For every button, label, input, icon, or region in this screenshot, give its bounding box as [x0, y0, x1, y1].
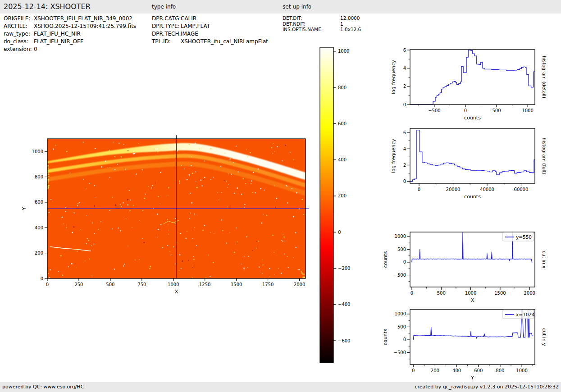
setup-info-title: set-up info — [283, 4, 311, 10]
svg-text:log frequency: log frequency — [391, 139, 397, 173]
meta-row: DPR.CATG:CALIB — [152, 15, 268, 23]
svg-text:500: 500 — [437, 291, 446, 296]
svg-text:400: 400 — [452, 368, 461, 373]
svg-text:1000: 1000 — [395, 234, 406, 239]
svg-text:250: 250 — [74, 282, 83, 287]
meta-value: 0 — [34, 46, 37, 52]
meta-row: DPR.TYPE:LAMP,FLAT — [152, 23, 268, 30]
meta-value: 12.0000 — [340, 15, 360, 21]
cut-in-y-plot: 0200400600800100010005000−500Ycountscut … — [381, 300, 561, 383]
meta-row: DET.NDIT:1 — [283, 21, 361, 27]
meta-label: DET.NDIT: — [283, 21, 340, 27]
svg-text:500: 500 — [397, 324, 406, 329]
svg-text:1000: 1000 — [465, 291, 476, 296]
svg-text:1500: 1500 — [231, 282, 242, 287]
histogram-full-plot: 02000040000600000246countslog frequencyh… — [381, 119, 561, 202]
colorbar: 10008006004002000−200−400−600 — [318, 43, 369, 369]
svg-text:y=550: y=550 — [516, 234, 532, 240]
header-bar: 2025-12-14: XSHOOTER type info set-up in… — [0, 0, 561, 14]
svg-text:0: 0 — [418, 187, 420, 192]
setup-info-block: DET.DIT:12.0000 DET.NDIT:1 INS.OPTI5.NAM… — [283, 15, 361, 32]
meta-row: TPL.ID:XSHOOTER_ifu_cal_NIRLampFlat — [152, 38, 268, 46]
svg-text:4: 4 — [403, 146, 406, 151]
svg-text:counts: counts — [383, 251, 388, 268]
svg-text:0: 0 — [41, 276, 43, 281]
svg-text:1000: 1000 — [522, 108, 533, 113]
svg-text:400: 400 — [338, 157, 347, 162]
svg-text:600: 600 — [35, 200, 43, 205]
svg-text:counts: counts — [383, 328, 388, 345]
svg-text:counts: counts — [464, 194, 481, 200]
meta-value: FLAT_IFU_HC_NIR — [34, 31, 81, 37]
meta-value: XSHOOTER_IFU_FLAT_NIR_349_0002 — [34, 15, 132, 22]
svg-text:x=1024: x=1024 — [516, 312, 535, 317]
meta-row: ARCFILE:XSHOO.2025-12-15T09:41:25.799.fi… — [4, 23, 136, 30]
svg-text:500: 500 — [492, 108, 501, 113]
svg-text:histogram (detail): histogram (detail) — [542, 56, 547, 98]
svg-text:40000: 40000 — [480, 187, 494, 192]
svg-text:X: X — [175, 289, 178, 295]
svg-text:1000: 1000 — [395, 311, 406, 316]
svg-text:1250: 1250 — [199, 282, 210, 287]
svg-text:750: 750 — [137, 282, 146, 287]
svg-text:0: 0 — [464, 108, 467, 113]
meta-label: DPR.TECH: — [152, 30, 181, 38]
svg-text:500: 500 — [397, 247, 406, 252]
svg-text:Y: Y — [21, 207, 27, 210]
svg-text:−500: −500 — [394, 273, 406, 278]
type-info-block: DPR.CATG:CALIB DPR.TYPE:LAMP,FLAT DPR.TE… — [152, 15, 268, 46]
meta-row: INS.OPTI5.NAME:1.0x12.6 — [283, 27, 361, 32]
svg-text:1500: 1500 — [494, 291, 506, 296]
page-title: 2025-12-14: XSHOOTER — [4, 2, 91, 11]
svg-text:60000: 60000 — [514, 187, 529, 192]
svg-text:0: 0 — [403, 260, 406, 264]
meta-label: do_class: — [4, 38, 34, 46]
svg-text:500: 500 — [106, 282, 114, 287]
svg-text:0: 0 — [338, 230, 341, 235]
meta-label: INS.OPTI5.NAME: — [283, 27, 340, 32]
svg-text:2: 2 — [403, 163, 406, 168]
footer-left: powered by QC: www.eso.org/HC — [2, 384, 84, 390]
cut-in-x-plot: 050010001500200010005000−500Xcountscut i… — [381, 222, 561, 305]
svg-text:1000: 1000 — [338, 49, 349, 54]
histogram-detail-plot: −500050010000246countslog frequencyhisto… — [381, 40, 561, 123]
svg-text:1000: 1000 — [516, 368, 527, 373]
meta-label: TPL.ID: — [152, 38, 181, 46]
svg-text:histogram (full): histogram (full) — [542, 138, 547, 174]
svg-text:1000: 1000 — [168, 282, 179, 287]
svg-text:−500: −500 — [394, 350, 406, 355]
svg-text:−200: −200 — [338, 266, 350, 271]
colorbar-scale: 10008006004002000−200−400−600 — [318, 43, 369, 369]
meta-label: ORIGFILE: — [4, 15, 34, 23]
svg-text:200: 200 — [338, 193, 347, 198]
svg-text:cut in x: cut in x — [542, 251, 547, 268]
meta-value: 1 — [340, 21, 343, 27]
meta-row: DPR.TECH:IMAGE — [152, 30, 268, 38]
meta-label: DET.DIT: — [283, 15, 340, 21]
svg-text:0: 0 — [403, 179, 406, 184]
qc-report-page: 2025-12-14: XSHOOTER type info set-up in… — [0, 0, 561, 392]
svg-text:600: 600 — [474, 368, 483, 373]
svg-text:1000: 1000 — [32, 149, 43, 154]
meta-value: CALIB — [181, 15, 196, 22]
svg-text:log frequency: log frequency — [391, 60, 397, 94]
svg-text:800: 800 — [35, 174, 43, 179]
main-image-plot: 0250500750100012501500175020000200400600… — [14, 131, 329, 304]
meta-label: extension: — [4, 46, 34, 53]
svg-text:2: 2 — [403, 84, 406, 89]
svg-text:6: 6 — [403, 130, 406, 135]
meta-value: XSHOO.2025-12-15T09:41:25.799.fits — [34, 23, 136, 29]
svg-text:4: 4 — [403, 66, 406, 71]
svg-text:600: 600 — [338, 121, 347, 126]
svg-text:800: 800 — [338, 85, 347, 90]
svg-text:6: 6 — [403, 48, 406, 53]
svg-text:20000: 20000 — [446, 187, 461, 192]
svg-text:200: 200 — [431, 368, 439, 373]
meta-row: raw_type:FLAT_IFU_HC_NIR — [4, 30, 136, 38]
svg-text:0: 0 — [403, 337, 406, 342]
svg-text:0: 0 — [403, 102, 406, 107]
svg-text:2000: 2000 — [524, 291, 535, 296]
meta-label: DPR.TYPE: — [152, 23, 181, 30]
meta-value: IMAGE — [181, 31, 198, 37]
meta-value: XSHOOTER_ifu_cal_NIRLampFlat — [181, 38, 268, 45]
